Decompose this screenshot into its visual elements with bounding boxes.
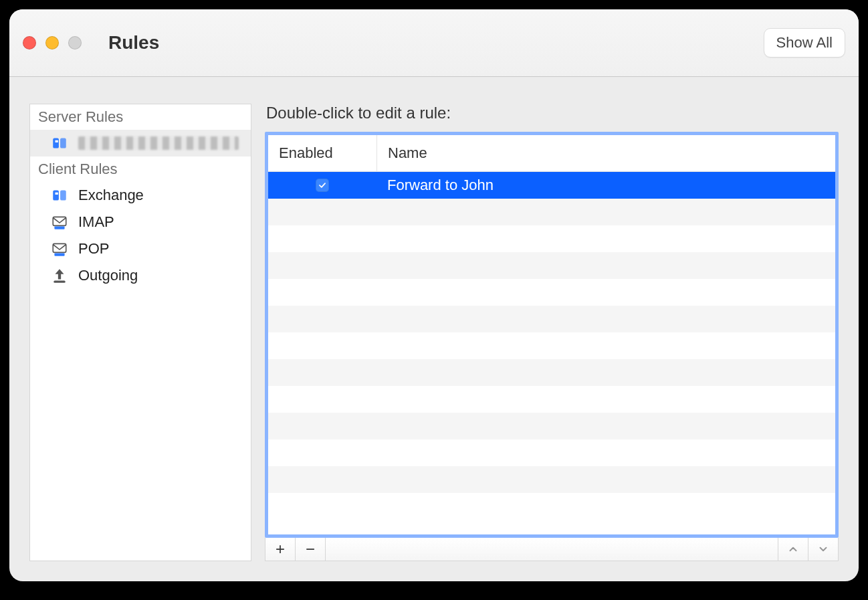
redacted-label <box>78 136 239 150</box>
table-row <box>268 306 835 332</box>
svg-rect-0 <box>53 138 59 148</box>
table-row <box>268 279 835 306</box>
svg-rect-1 <box>60 138 66 148</box>
sidebar-item-label: POP <box>78 240 109 258</box>
add-rule-button[interactable]: + <box>265 538 296 561</box>
traffic-lights <box>23 36 82 49</box>
footer-spacer <box>326 538 778 561</box>
table-row <box>268 493 835 520</box>
checkmark-icon <box>318 181 327 190</box>
cell-name: Forward to John <box>376 177 835 194</box>
sidebar-item-label: Outgoing <box>78 267 138 284</box>
close-window-button[interactable] <box>23 36 36 49</box>
svg-rect-9 <box>54 254 64 256</box>
section-header-client-rules: Client Rules <box>30 157 251 182</box>
chevron-up-icon <box>787 543 799 555</box>
table-row <box>268 199 835 225</box>
sidebar-item-label: Exchange <box>78 187 144 204</box>
svg-rect-2 <box>56 140 58 142</box>
show-all-button[interactable]: Show All <box>764 28 845 58</box>
table-row <box>268 225 835 252</box>
sidebar-item-server-account[interactable] <box>30 130 251 157</box>
svg-rect-10 <box>53 281 65 283</box>
sidebar-item-pop[interactable]: POP <box>30 235 251 262</box>
plus-icon: + <box>276 540 285 559</box>
table-row <box>268 439 835 466</box>
table-row <box>268 359 835 386</box>
imap-icon <box>50 213 69 231</box>
outgoing-icon <box>50 266 69 285</box>
sidebar-item-label: IMAP <box>78 213 114 231</box>
zoom-window-button[interactable] <box>68 36 82 49</box>
remove-rule-button[interactable]: − <box>296 538 326 561</box>
sidebar: Server Rules Client Rules Exchange <box>29 104 251 561</box>
table-row <box>268 252 835 279</box>
table-row <box>268 413 835 439</box>
titlebar: Rules Show All <box>9 9 859 77</box>
window-body: Server Rules Client Rules Exchange <box>9 77 859 581</box>
sidebar-item-exchange[interactable]: Exchange <box>30 182 251 209</box>
rules-pane: Double-click to edit a rule: Enabled Nam… <box>265 104 839 561</box>
sidebar-item-imap[interactable]: IMAP <box>30 209 251 235</box>
exchange-icon <box>50 134 69 153</box>
rules-window: Rules Show All Server Rules Client Rules <box>9 9 859 581</box>
minimize-window-button[interactable] <box>45 36 59 49</box>
table-body: Forward to John <box>268 172 835 534</box>
table-header: Enabled Name <box>268 135 835 172</box>
sidebar-item-outgoing[interactable]: Outgoing <box>30 262 251 289</box>
hint-text: Double-click to edit a rule: <box>266 104 839 122</box>
table-row <box>268 386 835 413</box>
column-header-enabled[interactable]: Enabled <box>268 135 377 171</box>
section-header-server-rules: Server Rules <box>30 104 251 130</box>
rules-table[interactable]: Enabled Name Forward to John <box>265 132 839 538</box>
svg-rect-3 <box>53 190 59 200</box>
svg-rect-7 <box>54 227 64 229</box>
svg-rect-5 <box>56 193 58 195</box>
column-header-name[interactable]: Name <box>377 135 835 171</box>
move-down-button[interactable] <box>808 538 838 561</box>
pop-icon <box>50 239 69 258</box>
table-row[interactable]: Forward to John <box>268 172 835 199</box>
table-row <box>268 466 835 493</box>
svg-rect-6 <box>53 217 66 225</box>
chevron-down-icon <box>817 543 829 555</box>
enabled-checkbox[interactable] <box>316 179 329 192</box>
svg-rect-4 <box>60 190 66 200</box>
exchange-icon <box>50 186 69 205</box>
window-title: Rules <box>108 32 159 54</box>
cell-enabled <box>268 179 376 192</box>
table-row <box>268 332 835 359</box>
move-up-button[interactable] <box>778 538 808 561</box>
table-footer: + − <box>265 538 839 561</box>
svg-rect-8 <box>53 243 66 252</box>
minus-icon: − <box>306 540 315 559</box>
